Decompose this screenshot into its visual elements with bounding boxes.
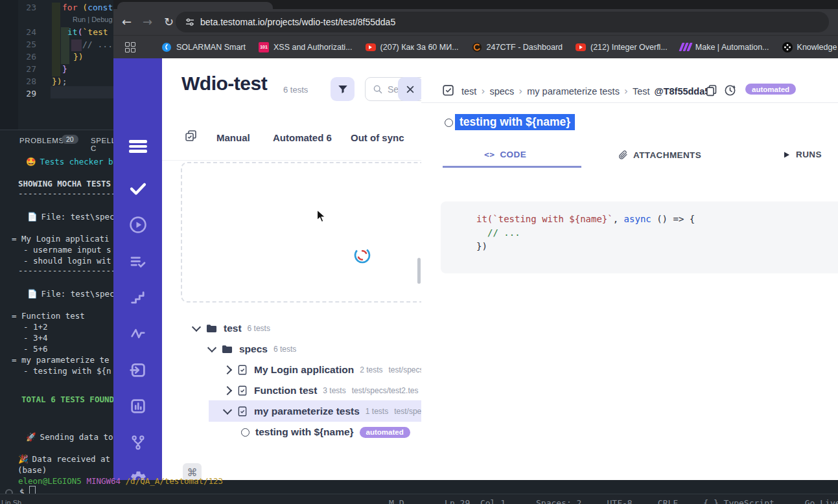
steps-icon[interactable] [128,287,148,308]
test-circle-icon[interactable] [445,119,453,127]
solarman-icon [161,42,172,52]
scrollbar-thumb[interactable] [417,258,421,284]
history-icon[interactable] [723,84,737,97]
chevron-right-icon[interactable] [223,365,232,374]
test-code-card: it(`testing with ${name}`, async () => {… [441,201,838,273]
terminal-line: 📄File: test\specs [27,212,113,222]
chevron-sep: › [481,86,485,97]
terminal-line: = Function test [12,311,85,321]
bookmark-youtube-2[interactable]: (212) Integer Overfl... [576,43,668,52]
select-all-icon[interactable] [184,129,198,143]
tab-attachments[interactable]: ATTACHMENTS [618,150,701,160]
play-circle-icon[interactable] [128,214,148,235]
tree-row-function-test[interactable]: Function test 3 tests test/specs/test2.t… [224,381,418,400]
chevron-right-icon[interactable] [223,386,232,395]
code-line: it(`test [67,27,108,37]
chevron-sep: › [518,86,522,97]
bookmark-make[interactable]: Make | Automation... [681,42,769,52]
browser-toolbar: ← → ↻ beta.testomat.io/projects/wdio-tes… [113,9,838,35]
party-emoji: 🎉 [18,455,29,464]
line-number: 24 [5,27,36,37]
panel-divider [0,130,113,130]
reload-icon[interactable]: ↻ [164,9,174,35]
terminal-line: = My Login applicati [12,234,110,244]
branch-icon[interactable] [128,432,148,453]
file-icon [237,406,248,417]
problems-count-badge: 20 [62,135,78,144]
line-number: 25 [5,40,36,49]
tab-runs[interactable]: RUNS [783,150,822,159]
tab-out-of-sync[interactable]: Out of sync [351,132,404,143]
breadcrumb-test[interactable]: test [461,86,476,97]
analytics-icon[interactable] [128,396,148,417]
line-number: 27 [5,64,36,74]
divider [162,160,421,161]
back-icon[interactable]: ← [122,9,132,35]
site-settings-icon[interactable] [185,17,195,27]
activity-icon[interactable] [128,323,148,344]
tab-spell-checker[interactable]: SPELL C [91,137,113,152]
close-search-button[interactable] [398,77,421,101]
import-run-icon[interactable] [128,360,148,380]
tab-code[interactable]: <> CODE [484,150,526,159]
folder-icon [205,323,218,335]
menu-icon[interactable] [128,136,148,157]
terminal-line: - 5+6 [23,344,48,354]
page-title: Wdio-test [181,73,267,95]
browser-window: ← → ↻ beta.testomat.io/projects/wdio-tes… [113,0,838,480]
ctf-icon [472,42,482,52]
play-icon [783,151,791,159]
terminal-line: 🤩Tests checker by [26,157,113,166]
check-icon[interactable] [128,178,148,199]
tree-row-test[interactable]: test 6 tests [193,319,270,338]
indent-highlight [52,3,60,76]
chevron-down-icon[interactable] [207,343,216,352]
terminal-line: SHOWING MOCHA TESTS [18,179,111,189]
breadcrumb-specs[interactable]: specs [489,86,514,97]
tree-row-my-login-application[interactable]: My Login application 2 tests test/specs [224,360,421,380]
rocket-emoji: 🚀 [26,433,36,442]
vscode-window: 23 24 25 26 27 28 29 for (const Run | De… [0,0,113,480]
chevron-down-icon[interactable] [192,323,201,332]
make-icon [681,42,691,52]
bookmark-knowledge[interactable]: Knowledge assistan... [782,42,838,52]
terminal-line: 📄File: test\specs [27,289,113,299]
bookmark-xss[interactable]: 101 XSS and Authorizati... [259,42,353,52]
breadcrumb-test-label: Test [633,86,650,97]
tree-row-specs[interactable]: specs 6 tests [209,339,296,359]
terminal-line: 🎉Data received at [18,454,110,464]
code-brackets-icon: <> [484,150,495,159]
testomat-app: ? Wdio-test 6 tests Manual Automated 6 O… [113,58,838,480]
copy-icon[interactable] [704,84,718,97]
test-code: it(`testing with ${name}`, async () => {… [441,201,838,253]
mouse-cursor [316,209,327,223]
apps-grid-icon[interactable] [125,42,135,52]
tab-manual[interactable]: Manual [216,132,250,143]
tab-problems[interactable]: PROBLEMS [19,137,64,144]
code-line: } [62,64,67,74]
terminal-line: - 1+2 [23,322,48,332]
terminal-line: ------------------------------ [18,189,113,198]
forward-icon[interactable]: → [143,9,152,35]
tab-automated[interactable]: Automated 6 [273,132,332,143]
terminal-line: (base) [17,465,47,475]
code-line: }); [52,76,67,86]
bookmark-youtube-1[interactable]: (207) Как За 60 МИ... [366,43,459,52]
tree-row-testing-with-name[interactable]: testing with ${name} automated [241,422,410,442]
bookmark-247ctf[interactable]: 247CTF - Dashboard [472,42,563,52]
chevron-down-icon[interactable] [223,406,232,415]
tests-panel: Wdio-test 6 tests Manual Automated 6 Out… [162,58,421,480]
terminal-line: 🚀Sending data to [26,432,113,442]
list-check-icon[interactable] [128,251,148,272]
codelens-run-debug[interactable]: Run | Debug [73,16,113,23]
bookmark-solarman[interactable]: SOLARMAN Smart [161,42,246,52]
task-icon [441,83,456,97]
terminal-line: = my parameterize te [12,355,110,365]
screen: 23 24 25 26 27 28 29 for (const Run | De… [0,0,838,504]
breadcrumb-suite[interactable]: my parameterize tests [527,86,620,97]
address-bar[interactable]: beta.testomat.io/projects/wdio-test/test… [176,12,829,32]
filter-button[interactable] [331,77,355,101]
drop-zone[interactable] [181,162,421,303]
tree-row-my-parameterize-tests[interactable]: my parameterize tests 1 tests test/spe [224,402,421,421]
browser-active-tab[interactable] [117,2,273,9]
